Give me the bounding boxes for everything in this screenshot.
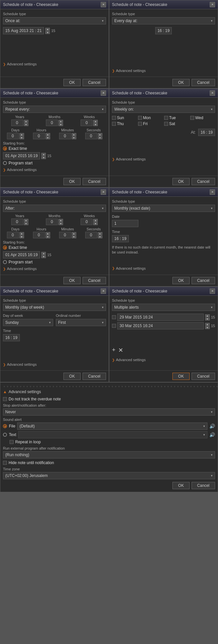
checkbox-sun[interactable] <box>112 116 116 120</box>
cancel-btn-after[interactable]: Cancel <box>83 277 106 284</box>
cancel-btn-repeat[interactable]: Cancel <box>83 178 106 185</box>
dow-select[interactable]: Sunday <box>3 319 53 326</box>
ok-btn-after[interactable]: OK <box>63 277 80 284</box>
spin-up-once[interactable]: ▲ <box>45 28 50 31</box>
close-btn-weekly[interactable]: ✕ <box>210 90 215 96</box>
adv-ok-btn[interactable]: OK <box>172 482 189 489</box>
days-down-after[interactable]: ▼ <box>19 235 24 238</box>
ok-btn-everyday[interactable]: OK <box>172 79 189 86</box>
alert-spin-up-1[interactable]: ▲ <box>205 314 210 317</box>
spin-down-after[interactable]: ▼ <box>41 255 46 258</box>
spin-up-after[interactable]: ▲ <box>41 252 46 255</box>
advanced-toggle-everyday[interactable]: ❯ Advanced settings <box>112 67 215 74</box>
alert-check-1[interactable] <box>112 315 116 319</box>
stop-alert-select[interactable]: Never <box>3 408 215 416</box>
days-down[interactable]: ▼ <box>19 136 24 139</box>
exact-time-row-after[interactable]: Exact time <box>3 245 106 250</box>
file-select[interactable]: (Default) <box>17 423 207 430</box>
weeks-down-after[interactable]: ▼ <box>93 222 98 225</box>
cancel-btn-monthly-dow[interactable]: Cancel <box>83 373 106 380</box>
schedule-type-monthly-exact[interactable]: Monthly (exact date) <box>112 205 215 212</box>
advanced-toggle-monthly-dow[interactable]: ❯ Advanced settings <box>3 361 106 368</box>
schedule-type-everyday[interactable]: Every day at: <box>112 17 215 24</box>
day-sun[interactable]: Sun <box>112 116 137 120</box>
sound-file-icon[interactable]: 🔊 <box>209 424 215 429</box>
advanced-toggle-multiple[interactable]: ❯ Advanced settings <box>112 356 215 363</box>
ordinal-select[interactable]: First <box>56 319 106 326</box>
months-up[interactable]: ▲ <box>58 120 63 123</box>
sound-text-icon[interactable]: 🔊 <box>209 432 215 437</box>
alert-spin-down-2[interactable]: ▼ <box>205 326 210 329</box>
program-radio-repeat[interactable] <box>3 161 7 165</box>
close-btn-monthly-dow[interactable]: ✕ <box>101 288 106 294</box>
days-input-after[interactable] <box>7 232 19 238</box>
day-tue[interactable]: Tue <box>164 116 189 120</box>
checkbox-tue[interactable] <box>164 116 168 120</box>
minutes-up[interactable]: ▲ <box>72 133 76 136</box>
exact-radio-after[interactable] <box>3 246 7 250</box>
ok-btn-monthly-exact[interactable]: OK <box>172 277 189 284</box>
day-thu[interactable]: Thu <box>112 121 137 126</box>
advanced-toggle-after[interactable]: ❯ Advanced settings <box>3 265 106 272</box>
program-start-row-repeat[interactable]: Program start <box>3 161 106 165</box>
months-up-after[interactable]: ▲ <box>58 219 63 222</box>
ok-btn-monthly-dow[interactable]: OK <box>63 373 80 380</box>
schedule-type-monthly-dow[interactable]: Monthly (day of week) <box>3 304 106 311</box>
exact-time-row-repeat[interactable]: Exact time <box>3 146 106 151</box>
alert-check-2[interactable] <box>112 324 116 328</box>
seconds-down[interactable]: ▼ <box>98 136 102 139</box>
spin-up-repeat[interactable]: ▲ <box>41 153 46 156</box>
no-track-row[interactable]: Do not track the overdue note <box>3 397 215 401</box>
close-btn-everyday[interactable]: ✕ <box>210 2 215 7</box>
timezone-select[interactable]: (UTC+02:00) Jerusalem <box>3 472 215 479</box>
weeks-down[interactable]: ▼ <box>93 123 98 126</box>
checkbox-thu[interactable] <box>112 122 116 126</box>
text-radio[interactable] <box>3 433 7 437</box>
hide-note-row[interactable]: Hide note until notification <box>3 460 215 465</box>
advanced-toggle-monthly-exact[interactable]: ❯ Advanced settings <box>112 265 215 272</box>
minutes-down[interactable]: ▼ <box>72 136 76 139</box>
adv-cancel-btn[interactable]: Cancel <box>192 482 215 489</box>
schedule-type-weekly[interactable]: Weekly on: <box>112 106 215 113</box>
years-up-after[interactable]: ▲ <box>24 219 28 222</box>
spin-down-repeat[interactable]: ▼ <box>41 156 46 159</box>
ok-btn-repeat[interactable]: OK <box>63 178 80 185</box>
schedule-type-once[interactable]: Once at: <box>3 17 106 24</box>
minutes-down-after[interactable]: ▼ <box>72 235 76 238</box>
ok-btn-multiple[interactable]: OK <box>172 373 189 380</box>
weeks-up[interactable]: ▲ <box>93 120 98 123</box>
cancel-btn-once[interactable]: Cancel <box>83 79 106 86</box>
advanced-toggle-weekly[interactable]: ❯ Advanced settings <box>112 156 215 162</box>
day-fri[interactable]: Fri <box>138 121 163 126</box>
seconds-input-after[interactable] <box>85 232 97 238</box>
close-btn-after[interactable]: ✕ <box>101 189 106 195</box>
cancel-btn-multiple[interactable]: Cancel <box>192 373 215 380</box>
alert-spin-down-1[interactable]: ▼ <box>205 318 210 321</box>
months-down-after[interactable]: ▼ <box>58 222 63 225</box>
add-alert-btn[interactable]: + <box>112 347 116 354</box>
cancel-btn-monthly-exact[interactable]: Cancel <box>192 277 215 284</box>
checkbox-wed[interactable] <box>190 116 194 120</box>
ok-btn-once[interactable]: OK <box>63 79 80 86</box>
close-btn-monthly-exact[interactable]: ✕ <box>210 189 215 195</box>
remove-alert-btn[interactable]: ✕ <box>118 347 123 354</box>
day-sat[interactable]: Sat <box>164 121 189 126</box>
advanced-toggle-once[interactable]: ❯ Advanced settings <box>3 61 106 67</box>
schedule-type-repeat[interactable]: Repeat every: <box>3 106 106 113</box>
close-btn-multiple[interactable]: ✕ <box>210 288 215 294</box>
repeat-loop-row[interactable]: Repeat in loop <box>10 440 215 444</box>
hours-down[interactable]: ▼ <box>46 136 50 139</box>
days-up[interactable]: ▲ <box>19 133 24 136</box>
years-input-after[interactable] <box>11 219 23 225</box>
close-btn-repeat[interactable]: ✕ <box>101 90 106 96</box>
seconds-up-after[interactable]: ▲ <box>98 232 102 235</box>
hours-up-after[interactable]: ▲ <box>46 232 50 235</box>
hours-input[interactable] <box>33 133 45 139</box>
seconds-input[interactable] <box>85 133 97 139</box>
days-input[interactable] <box>7 133 19 139</box>
days-up-after[interactable]: ▲ <box>19 232 24 235</box>
schedule-type-multiple[interactable]: Multiple alerts <box>112 304 215 311</box>
exact-radio-repeat[interactable] <box>3 147 7 151</box>
hours-input-after[interactable] <box>33 232 45 238</box>
hide-note-check[interactable] <box>3 461 7 465</box>
